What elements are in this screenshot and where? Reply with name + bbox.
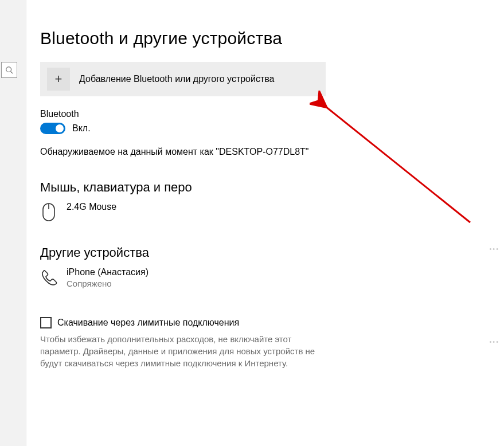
add-device-button[interactable]: + Добавление Bluetooth или другого устро… [40, 62, 326, 96]
add-device-label: Добавление Bluetooth или другого устройс… [79, 74, 275, 84]
search-icon [5, 66, 13, 74]
bluetooth-label: Bluetooth [40, 109, 490, 119]
metered-checkbox[interactable] [40, 317, 52, 328]
svg-point-0 [6, 67, 11, 72]
device-phone-status: Сопряжено [67, 279, 149, 288]
device-phone[interactable]: iPhone (Анастасия) Сопряжено [40, 267, 490, 288]
phone-icon [40, 267, 57, 288]
metered-checkbox-row[interactable]: Скачивание через лимитные подключения [40, 317, 490, 328]
device-phone-name: iPhone (Анастасия) [67, 267, 149, 277]
search-input[interactable] [1, 62, 17, 78]
watermark: ••• [489, 338, 499, 345]
plus-icon: + [47, 68, 70, 91]
svg-line-1 [11, 72, 13, 74]
toggle-knob [56, 124, 64, 132]
bluetooth-state: Вкл. [72, 123, 91, 134]
section-other-devices: Другие устройства [40, 245, 490, 260]
bluetooth-toggle-row: Вкл. [40, 123, 490, 134]
discoverable-text: Обнаруживаемое на данный момент как "DES… [40, 147, 490, 157]
mouse-icon [40, 202, 57, 222]
metered-label: Скачивание через лимитные подключения [57, 318, 239, 328]
watermark: ••• [489, 245, 499, 252]
page-title: Bluetooth и другие устройства [40, 29, 490, 48]
bluetooth-toggle[interactable] [40, 123, 65, 134]
main-content: Bluetooth и другие устройства + Добавлен… [26, 0, 504, 446]
left-rail [0, 0, 26, 446]
section-mouse-keyboard-pen: Мышь, клавиатура и перо [40, 180, 490, 195]
device-mouse[interactable]: 2.4G Mouse [40, 202, 490, 222]
metered-hint: Чтобы избежать дополнительных расходов, … [40, 333, 315, 369]
device-mouse-name: 2.4G Mouse [67, 202, 116, 212]
